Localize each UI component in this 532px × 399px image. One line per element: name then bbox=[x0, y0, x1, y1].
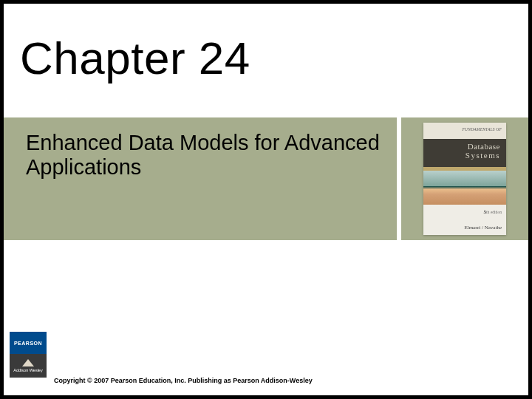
book-tagline: FUNDAMENTALS OF bbox=[423, 123, 506, 139]
copyright-text: Copyright © 2007 Pearson Education, Inc.… bbox=[54, 377, 313, 384]
book-title-line2: Systems bbox=[423, 151, 500, 160]
book-edition: 5th edition bbox=[484, 209, 502, 215]
chapter-subtitle: Enhanced Data Models for Advanced Applic… bbox=[26, 131, 382, 180]
book-cover-photo bbox=[423, 171, 506, 205]
book-authors: Elmasri / Navathe bbox=[464, 225, 502, 231]
book-cover: FUNDAMENTALS OF Database Systems 5th edi… bbox=[423, 123, 506, 235]
pearson-logo-text: PEARSON bbox=[10, 332, 47, 354]
book-panel: FUNDAMENTALS OF Database Systems 5th edi… bbox=[401, 117, 528, 240]
book-title-band: Database Systems bbox=[423, 139, 506, 167]
book-title-line1: Database bbox=[423, 142, 500, 151]
triangle-icon bbox=[22, 359, 34, 366]
slide: Chapter 24 Enhanced Data Models for Adva… bbox=[4, 4, 528, 395]
subtitle-panel: Enhanced Data Models for Advanced Applic… bbox=[4, 117, 397, 240]
publisher-logo: PEARSON Addison Wesley bbox=[10, 332, 47, 378]
chapter-title: Chapter 24 bbox=[20, 32, 250, 84]
addison-wesley-text: Addison Wesley bbox=[13, 368, 42, 372]
book-edition-suffix: th edition bbox=[486, 210, 502, 214]
addison-wesley-logo: Addison Wesley bbox=[10, 354, 47, 378]
content-band: Enhanced Data Models for Advanced Applic… bbox=[4, 117, 528, 240]
